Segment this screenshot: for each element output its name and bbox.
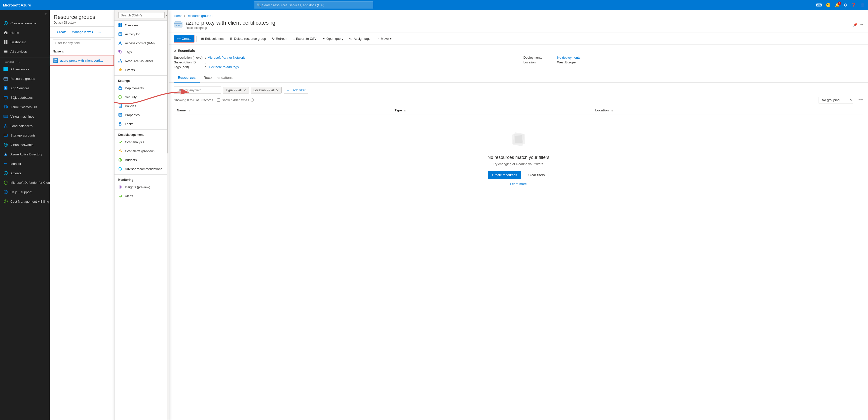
sidebar-collapse[interactable]: « xyxy=(0,10,50,19)
ctx-item-activity-log[interactable]: Activity log xyxy=(115,30,168,38)
ctx-item-visualizer[interactable]: Resource visualizer xyxy=(115,56,168,65)
sidebar-item-lb[interactable]: Load balancers xyxy=(0,121,50,131)
resource-groups-icon xyxy=(3,76,8,81)
delete-rg-button[interactable]: 🗑 Delete resource group xyxy=(227,35,269,42)
records-info-bar: Showing 0 to 0 of 0 records. Show hidden… xyxy=(174,97,863,104)
sidebar-item-app-services[interactable]: A App Services xyxy=(0,83,50,93)
sidebar-item-storage[interactable]: Storage accounts xyxy=(0,131,50,140)
ctx-item-alerts[interactable]: Alerts xyxy=(115,192,168,200)
ctx-item-security[interactable]: Security xyxy=(115,92,168,102)
settings-icon[interactable]: ⚙ xyxy=(844,3,847,7)
ctx-item-iam[interactable]: Access control (IAM) xyxy=(115,38,168,48)
create-button[interactable]: + + Create xyxy=(174,35,194,43)
sidebar-item-advisor[interactable]: i Advisor xyxy=(0,168,50,178)
show-hidden-checkbox[interactable] xyxy=(217,99,220,102)
essentials-chevron-icon[interactable]: ∧ xyxy=(174,49,176,53)
svg-text:A: A xyxy=(5,87,7,89)
help-support-icon: ? xyxy=(3,190,8,194)
type-filter-clear[interactable]: ✕ xyxy=(243,88,246,92)
global-search[interactable]: 🔍 xyxy=(254,1,373,8)
sidebar-item-vm[interactable]: Virtual machines xyxy=(0,112,50,121)
help-icon[interactable]: ❓ xyxy=(851,3,856,7)
ctx-item-insights[interactable]: Insights (preview) xyxy=(115,183,168,192)
tab-recommendations[interactable]: Recommendations xyxy=(200,73,237,83)
sql-icon xyxy=(3,95,8,100)
open-query-button[interactable]: ✦ Open query xyxy=(320,35,346,42)
learn-more-link[interactable]: Learn more xyxy=(510,182,527,186)
rg-manage-view-button[interactable]: Manage view ▾ xyxy=(70,29,95,35)
location-filter-clear[interactable]: ✕ xyxy=(276,88,279,92)
sidebar-item-sql[interactable]: SQL databases xyxy=(0,93,50,102)
ctx-item-cost-analysis[interactable]: Cost analysis xyxy=(115,138,168,146)
tab-resources[interactable]: Resources xyxy=(174,73,200,83)
edit-columns-button[interactable]: ⊞ Edit columns xyxy=(199,35,226,42)
svg-point-42 xyxy=(119,61,120,63)
rg-more-button[interactable]: ··· xyxy=(97,29,102,35)
pin-icon[interactable]: 📌 xyxy=(853,22,858,27)
ctx-search-input[interactable] xyxy=(119,12,165,19)
policies-icon xyxy=(118,104,122,108)
svg-rect-5 xyxy=(4,50,7,51)
ctx-item-policies[interactable]: Policies xyxy=(115,102,168,110)
sidebar-item-create[interactable]: Create a resource xyxy=(0,19,50,28)
type-sort-icon[interactable]: ↑↓ xyxy=(404,109,406,112)
clear-filters-button[interactable]: Clear filters xyxy=(524,171,549,179)
breadcrumb-resource-groups[interactable]: Resource groups xyxy=(187,14,211,18)
add-filter-button[interactable]: ＋ + Add filter xyxy=(284,87,308,94)
export-csv-button[interactable]: ↓ Export to CSV xyxy=(290,35,319,42)
sidebar-item-help-support[interactable]: ? Help + support xyxy=(0,187,50,197)
assign-tags-button[interactable]: 🏷 Assign tags xyxy=(347,35,373,42)
deployments-value[interactable]: No deployments xyxy=(557,56,580,59)
sidebar-item-cosmos[interactable]: Azure Cosmos DB xyxy=(0,102,50,112)
user-icon[interactable]: 👤 xyxy=(860,3,865,7)
sidebar-item-vnet[interactable]: Virtual networks xyxy=(0,140,50,149)
rg-create-button[interactable]: + Create xyxy=(53,29,68,35)
rg-filter-input[interactable] xyxy=(53,39,111,46)
svg-rect-46 xyxy=(119,113,122,116)
resource-groups-panel: Resource groups Default Directory + Crea… xyxy=(50,10,114,420)
context-scrollbar[interactable] xyxy=(167,10,168,420)
grouping-select[interactable]: No grouping xyxy=(818,97,854,104)
create-resources-button[interactable]: Create resources xyxy=(488,171,521,179)
location-sort-icon[interactable]: ↑↓ xyxy=(611,109,613,112)
ctx-item-advisor-rec[interactable]: i Advisor recommendations xyxy=(115,164,168,173)
ctx-item-deployments[interactable]: Deployments xyxy=(115,84,168,92)
move-icon: → xyxy=(376,37,379,40)
terminal-icon[interactable]: ⌨ xyxy=(816,3,822,7)
resource-filter-input[interactable] xyxy=(174,87,221,94)
ctx-item-events[interactable]: Events xyxy=(115,65,168,74)
subscription-row: Subscription (move) : Microsoft Partner … xyxy=(174,56,514,59)
rg-item-more-button[interactable]: ··· xyxy=(106,58,111,63)
svg-rect-18 xyxy=(4,115,7,117)
sidebar-item-aad[interactable]: Azure Active Directory xyxy=(0,149,50,159)
monitor-icon xyxy=(3,161,8,166)
ctx-item-overview[interactable]: Overview xyxy=(115,21,168,30)
view-toggle-button[interactable]: ≡≡ xyxy=(858,98,863,103)
refresh-button[interactable]: ↻ Refresh xyxy=(270,35,290,42)
budgets-icon: $ xyxy=(118,158,122,162)
ctx-item-locks[interactable]: Locks xyxy=(115,119,168,128)
sidebar-item-all-resources[interactable]: All resources xyxy=(0,64,50,74)
tags-value[interactable]: Click here to add tags xyxy=(208,65,239,69)
sidebar-item-resource-groups[interactable]: Resource groups xyxy=(0,74,50,83)
feedback-icon[interactable]: 😊 xyxy=(826,3,831,7)
name-sort-icon[interactable]: ↑↓ xyxy=(187,109,190,112)
breadcrumb-home[interactable]: Home xyxy=(174,14,183,18)
sidebar-item-defender[interactable]: Microsoft Defender for Cloud xyxy=(0,178,50,187)
ctx-item-cost-alerts[interactable]: Cost alerts (preview) xyxy=(115,146,168,156)
rg-item[interactable]: azure-proxy-with-client-certificates-rg … xyxy=(50,55,114,66)
more-options-icon[interactable]: ··· xyxy=(860,22,863,27)
sidebar-item-all-services[interactable]: All services xyxy=(0,47,50,56)
search-input[interactable] xyxy=(262,3,371,7)
subscription-value[interactable]: Microsoft Partner Network xyxy=(208,56,245,59)
ctx-item-tags[interactable]: Tags xyxy=(115,48,168,56)
sidebar-item-cost-billing[interactable]: $ Cost Management + Billing xyxy=(0,197,50,206)
collapse-icon[interactable]: « xyxy=(44,12,47,17)
move-button[interactable]: → Move ▾ xyxy=(374,35,394,42)
sidebar-item-monitor[interactable]: Monitor xyxy=(0,159,50,168)
ctx-item-budgets[interactable]: $ Budgets xyxy=(115,156,168,164)
notifications-icon[interactable]: 🔔 2 xyxy=(835,3,840,7)
sidebar-item-home[interactable]: Home xyxy=(0,28,50,37)
sidebar-item-dashboard[interactable]: Dashboard xyxy=(0,37,50,47)
ctx-item-properties[interactable]: Properties xyxy=(115,110,168,119)
